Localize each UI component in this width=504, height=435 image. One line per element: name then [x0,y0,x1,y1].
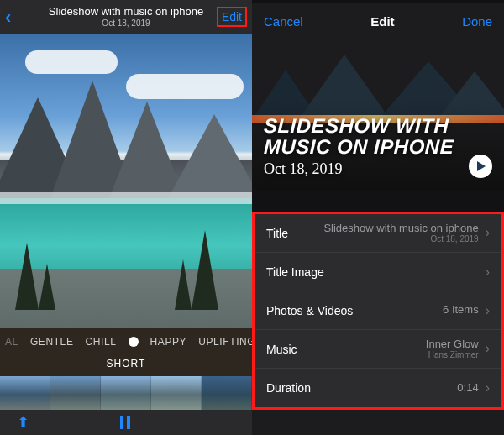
done-button[interactable]: Done [462,14,492,29]
preview-title: Slideshow with music on iphone [49,6,203,18]
thumbnail[interactable] [151,376,202,410]
thumbnail[interactable] [0,376,50,410]
row-value: Slideshow with music on iphone Oct 18, 2… [323,223,478,244]
banner-date: Oct 18, 2019 [264,160,492,178]
thumbnail[interactable] [50,376,101,410]
mountain-decor [252,70,319,120]
tree-decor [192,230,218,310]
row-value-sub: Oct 18, 2019 [323,234,478,244]
row-value: Inner Glow Hans Zimmer [426,338,479,359]
play-icon[interactable] [469,155,492,178]
mood-option[interactable]: GENTLE [30,336,74,348]
slideshow-photo[interactable] [0,34,252,328]
section-gap [252,190,504,212]
banner-title-line: SLIDESHOW WITH [264,115,493,136]
preview-bottom-bar: ⬆︎ [0,410,252,435]
slideshow-preview-pane: ‹ Slideshow with music on iphone Oct 18,… [0,0,252,435]
thumbnail-strip[interactable] [0,376,252,410]
tree-decor [39,264,55,310]
mountain-decor [298,55,391,120]
mood-option[interactable]: AL [5,336,18,348]
slideshow-length-label[interactable]: SHORT [0,356,252,376]
thumbnail[interactable] [202,376,252,410]
mood-option[interactable]: CHILL [86,336,117,348]
row-value: 6 Items [443,304,479,316]
row-label: Photos & Videos [266,304,353,317]
tree-decor [175,259,192,310]
banner-text-block: SLIDESHOW WITH MUSIC ON IPHONE Oct 18, 2… [264,115,492,178]
edit-header-title: Edit [370,14,394,29]
cloud-decor [25,50,118,74]
edit-settings-list: Title Slideshow with music on iphone Oct… [252,212,504,410]
mountain-decor [378,61,479,120]
share-icon[interactable]: ⬆︎ [17,413,29,432]
row-duration[interactable]: Duration 0:14 › [255,369,501,407]
cloud-decor [126,74,244,99]
edit-sheet-pane: Cancel Edit Done SLIDESHOW WITH MUSIC ON… [252,0,504,435]
row-value-text: Slideshow with music on iphone [323,222,478,234]
mountain-decor [168,114,252,198]
row-value: 0:14 [457,382,478,394]
chevron-right-icon: › [486,303,490,318]
preview-title-block: Slideshow with music on iphone Oct 18, 2… [49,6,203,27]
row-label: Title Image [266,265,324,279]
mood-option[interactable]: HAPPY [150,336,187,348]
back-chevron-icon[interactable]: ‹ [5,7,11,29]
row-label: Music [266,343,297,356]
row-photos-videos[interactable]: Photos & Videos 6 Items › [255,291,501,330]
row-value-text: Inner Glow [426,338,479,350]
edit-button[interactable]: Edit [217,7,247,27]
edit-banner: SLIDESHOW WITH MUSIC ON IPHONE Oct 18, 2… [252,39,504,190]
edit-header: Cancel Edit Done [252,0,504,39]
pause-button[interactable] [120,416,130,429]
mood-option[interactable]: UPLIFTING [198,336,252,348]
row-value-sub: Hans Zimmer [426,350,479,359]
tree-decor [15,243,39,310]
preview-subtitle: Oct 18, 2019 [49,18,203,28]
mood-current-indicator [129,337,139,347]
mountain-decor [437,71,504,120]
row-title[interactable]: Title Slideshow with music on iphone Oct… [255,214,501,253]
chevron-right-icon: › [486,380,490,396]
row-label: Title [266,227,288,240]
cancel-button[interactable]: Cancel [264,14,303,29]
banner-title-line: MUSIC ON IPHONE [264,136,493,157]
row-music[interactable]: Music Inner Glow Hans Zimmer › [255,330,501,369]
thumbnail[interactable] [101,376,151,410]
snowline-decor [0,192,252,204]
chevron-right-icon: › [486,225,490,240]
mood-selector[interactable]: AL GENTLE CHILL HAPPY UPLIFTING [0,328,252,356]
row-title-image[interactable]: Title Image › [255,253,501,291]
row-label: Duration [266,381,311,395]
chevron-right-icon: › [486,341,490,356]
chevron-right-icon: › [486,265,490,280]
preview-header: ‹ Slideshow with music on iphone Oct 18,… [0,0,252,34]
